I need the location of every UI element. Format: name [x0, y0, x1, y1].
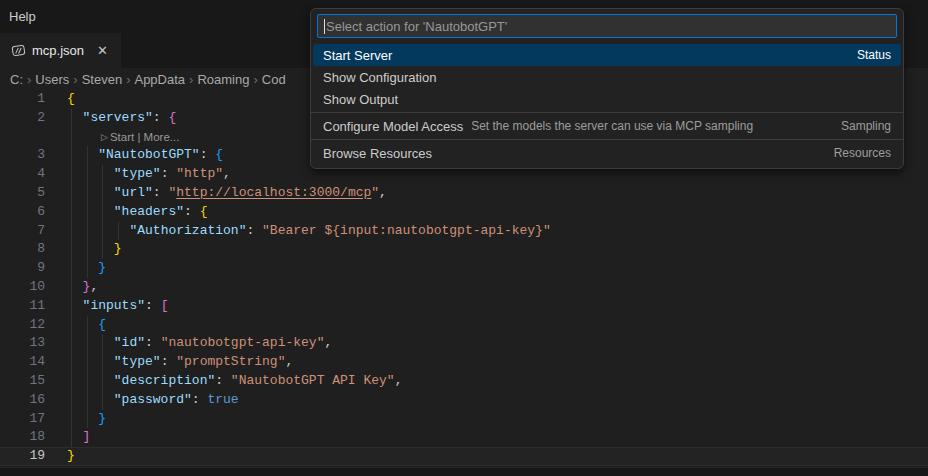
quick-pick-item-label: Start Server [323, 48, 392, 63]
code-content: ] [67, 428, 928, 447]
code-token: "headers" [114, 204, 184, 219]
code-line[interactable]: 13 "id": "nautobotgpt-api-key", [0, 334, 928, 353]
quick-pick-item-browse-resources[interactable]: Browse ResourcesResources [313, 142, 901, 164]
indent-guide [102, 165, 103, 184]
quick-pick-placeholder: Select action for 'NautobotGPT' [326, 19, 507, 34]
quick-pick: Select action for 'NautobotGPT' Start Se… [310, 8, 904, 169]
vscode-window: Help mcp.json ✕ C:›Users›Steven›AppData›… [0, 0, 928, 476]
code-token [67, 335, 114, 350]
quick-pick-input[interactable]: Select action for 'NautobotGPT' [317, 14, 897, 38]
code-line[interactable]: 11 "inputs": [ [0, 297, 928, 316]
indent-guide [71, 146, 72, 165]
line-number: 9 [0, 259, 45, 278]
code-token: { [67, 91, 75, 106]
code-token: : [145, 335, 161, 350]
code-line[interactable]: 7 "Authorization": "Bearer ${input:nauto… [0, 222, 928, 241]
code-line[interactable]: 19} [0, 447, 928, 466]
code-content: "url": "http://localhost:3000/mcp", [67, 184, 928, 203]
line-number: 11 [0, 297, 45, 316]
indent-guide [71, 372, 72, 391]
quick-pick-item-label: Show Output [323, 92, 398, 107]
code-token: , [285, 354, 293, 369]
play-icon: ▷ [101, 132, 108, 142]
codelens-links[interactable]: Start | More... [110, 131, 179, 143]
code-token: { [215, 147, 223, 162]
menu-help[interactable]: Help [0, 9, 45, 24]
line-number: 6 [0, 203, 45, 222]
line-number: 15 [0, 372, 45, 391]
indent-guide [71, 316, 72, 335]
indent-guide [71, 184, 72, 203]
code-token: : [246, 223, 262, 238]
chevron-right-icon: › [253, 72, 257, 87]
code-line[interactable]: 18 ] [0, 428, 928, 447]
editor-bottom-strip [0, 467, 928, 476]
breadcrumb-item[interactable]: Steven [82, 72, 122, 87]
line-number: 4 [0, 165, 45, 184]
indent-guide [71, 297, 72, 316]
quick-pick-item-start-server[interactable]: Start ServerStatus [313, 44, 901, 66]
quick-pick-item-show-output[interactable]: Show Output [313, 88, 901, 110]
code-line[interactable]: 16 "password": true [0, 391, 928, 410]
indent-guide [87, 165, 88, 184]
breadcrumb-item[interactable]: Roaming [197, 72, 249, 87]
code-token: , [379, 185, 387, 200]
code-token: true [207, 392, 238, 407]
code-token: } [114, 241, 122, 256]
code-line[interactable]: 10 }, [0, 278, 928, 297]
line-number: 7 [0, 222, 45, 241]
indent-guide [71, 240, 72, 259]
code-line[interactable]: 8 } [0, 240, 928, 259]
code-line[interactable]: 5 "url": "http://localhost:3000/mcp", [0, 184, 928, 203]
code-token: , [324, 335, 332, 350]
breadcrumb-item[interactable]: Cod [262, 72, 286, 87]
quick-pick-separator [311, 112, 903, 113]
line-number: 12 [0, 316, 45, 335]
code-token [67, 373, 114, 388]
chevron-right-icon: › [73, 72, 77, 87]
code-token: "password" [114, 392, 192, 407]
code-token [67, 298, 83, 313]
indent-guide [71, 222, 72, 241]
code-token: "nautobotgpt-api-key" [161, 335, 325, 350]
code-token [67, 223, 129, 238]
breadcrumb-item[interactable]: C: [10, 72, 23, 87]
code-line[interactable]: 6 "headers": { [0, 203, 928, 222]
code-token: : [153, 110, 169, 125]
code-token: "NautobotGPT API Key" [231, 373, 395, 388]
quick-pick-item-configure-model-access[interactable]: Configure Model AccessSet the models the… [313, 115, 901, 137]
line-number [0, 128, 45, 147]
close-icon[interactable]: ✕ [94, 42, 111, 59]
code-token: : [200, 147, 216, 162]
code-token: "description" [114, 373, 215, 388]
tab-mcp-json[interactable]: mcp.json ✕ [0, 33, 121, 68]
code-token: [ [161, 298, 169, 313]
quick-pick-item-show-configuration[interactable]: Show Configuration [313, 66, 901, 88]
breadcrumb-item[interactable]: AppData [134, 72, 185, 87]
indent-guide [71, 334, 72, 353]
code-token: "servers" [83, 110, 153, 125]
code-token: { [98, 317, 106, 332]
chevron-right-icon: › [189, 72, 193, 87]
code-line[interactable]: 9 } [0, 259, 928, 278]
code-content: "id": "nautobotgpt-api-key", [67, 334, 928, 353]
code-line[interactable]: 14 "type": "promptString", [0, 353, 928, 372]
indent-guide [71, 391, 72, 410]
code-line[interactable]: 15 "description": "NautobotGPT API Key", [0, 372, 928, 391]
indent-guide [102, 240, 103, 259]
indent-guide [87, 334, 88, 353]
code-token: "type" [114, 166, 161, 181]
breadcrumb-item[interactable]: Users [35, 72, 69, 87]
chevron-right-icon: › [126, 72, 130, 87]
quick-pick-item-description: Set the models the server can use via MC… [471, 119, 753, 133]
code-content: "headers": { [67, 203, 928, 222]
indent-guide [71, 203, 72, 222]
indent-guide [71, 278, 72, 297]
line-number: 5 [0, 184, 45, 203]
code-token [67, 392, 114, 407]
indent-guide [87, 410, 88, 429]
code-token [67, 110, 83, 125]
code-token: : [215, 373, 231, 388]
code-line[interactable]: 17 } [0, 410, 928, 429]
code-line[interactable]: 12 { [0, 316, 928, 335]
